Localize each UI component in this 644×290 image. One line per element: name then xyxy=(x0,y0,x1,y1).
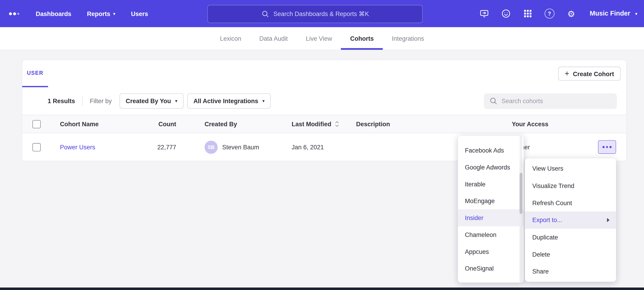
your-access-value: Owner xyxy=(512,133,598,161)
filter-by-label: Filter by xyxy=(90,97,112,104)
scrollbar-thumb[interactable] xyxy=(520,173,522,214)
menu-item-appcues[interactable]: Appcues xyxy=(458,243,524,260)
cohort-search-input[interactable] xyxy=(484,93,617,109)
settings-gear-icon[interactable]: ⚙ xyxy=(566,9,576,19)
chevron-down-icon: ▾ xyxy=(113,11,115,16)
help-icon[interactable]: ? xyxy=(544,9,554,19)
plus-icon: + xyxy=(565,69,569,77)
menu-item-visualize-trend[interactable]: Visualize Trend xyxy=(525,177,616,194)
tab-cohorts[interactable]: Cohorts xyxy=(341,27,383,50)
created-by-name: Steven Baum xyxy=(222,144,259,151)
search-icon xyxy=(261,10,269,18)
col-cohort-name[interactable]: Cohort Name xyxy=(50,115,128,133)
feedback-smiley-icon[interactable] xyxy=(501,9,511,19)
integrations-filter-dropdown[interactable]: All Active Integrations ▾ xyxy=(187,93,271,109)
app-window: Dashboards Reports ▾ Users Search Dashbo… xyxy=(0,0,644,290)
logo-dot-icon xyxy=(17,13,20,15)
menu-item-refresh-count[interactable]: Refresh Count xyxy=(525,194,616,212)
submenu-arrow-icon xyxy=(607,218,610,222)
avatar: SB xyxy=(204,140,218,154)
chevron-down-icon: ▾ xyxy=(262,99,265,103)
top-navbar: Dashboards Reports ▾ Users Search Dashbo… xyxy=(0,0,644,27)
page-footer-strip xyxy=(0,287,644,290)
project-name: Music Finder xyxy=(590,10,630,17)
menu-item-moengage[interactable]: MoEngage xyxy=(458,193,524,210)
chevron-down-icon: ▾ xyxy=(175,99,178,103)
cohort-search xyxy=(484,93,617,109)
menu-item-duplicate[interactable]: Duplicate xyxy=(525,228,616,246)
tab-data-audit[interactable]: Data Audit xyxy=(250,27,297,50)
nav-reports[interactable]: Reports ▾ xyxy=(87,10,115,17)
menu-item-chameleon[interactable]: Chameleon xyxy=(458,226,524,243)
sort-icon[interactable] xyxy=(334,120,339,128)
menu-item-export-to[interactable]: Export to... xyxy=(525,212,616,229)
col-count[interactable]: Count xyxy=(128,115,176,133)
filter-toolbar: 1 Results Filter by Created By You ▾ All… xyxy=(22,87,626,115)
search-icon xyxy=(489,96,498,105)
project-switcher[interactable]: Music Finder ▾ xyxy=(590,10,638,17)
cohort-actions-menu: View Users Visualize Trend Refresh Count… xyxy=(525,158,616,282)
created-by-filter-dropdown[interactable]: Created By You ▾ xyxy=(120,93,184,109)
tab-integrations[interactable]: Integrations xyxy=(383,27,433,50)
menu-item-delete[interactable]: Delete xyxy=(525,246,616,263)
nav-dashboards[interactable]: Dashboards xyxy=(36,10,71,17)
monitor-arrow-icon[interactable] xyxy=(479,9,489,19)
mixpanel-logo[interactable] xyxy=(9,12,20,15)
col-last-modified[interactable]: Last Modified xyxy=(271,115,356,133)
secondary-nav: Lexicon Data Audit Live View Cohorts Int… xyxy=(0,27,644,50)
col-created-by[interactable]: Created By xyxy=(176,115,271,133)
col-your-access[interactable]: Your Access xyxy=(512,115,598,133)
last-modified-date: Jan 6, 2021 xyxy=(271,133,356,161)
row-actions-button[interactable] xyxy=(598,140,616,154)
menu-item-facebook-ads[interactable]: Facebook Ads xyxy=(458,142,524,159)
tab-user-cohorts[interactable]: USER xyxy=(22,60,48,87)
global-search-input[interactable]: Search Dashboards & Reports ⌘K xyxy=(207,5,422,23)
logo-dot-icon xyxy=(9,12,12,15)
select-all-checkbox[interactable] xyxy=(32,120,41,128)
card-header: USER + Create Cohort xyxy=(22,60,626,87)
chevron-down-icon: ▾ xyxy=(635,11,638,16)
menu-item-view-users[interactable]: View Users xyxy=(525,160,616,177)
menu-item-iterable[interactable]: Iterable xyxy=(458,176,524,193)
menu-item-insider[interactable]: Insider xyxy=(458,209,524,226)
cohorts-card: USER + Create Cohort 1 Results Filter by… xyxy=(22,60,627,161)
menu-item-google-adwords[interactable]: Google Adwords xyxy=(458,159,524,176)
menu-item-onesignal[interactable]: OneSignal xyxy=(458,260,524,277)
create-cohort-button[interactable]: + Create Cohort xyxy=(558,67,621,80)
tab-live-view[interactable]: Live View xyxy=(297,27,341,50)
global-search-placeholder: Search Dashboards & Reports ⌘K xyxy=(273,10,369,18)
menu-item-braze[interactable]: Braze xyxy=(458,136,524,142)
apps-grid-icon[interactable] xyxy=(523,9,532,19)
divider xyxy=(82,96,82,106)
menu-item-share[interactable]: Share xyxy=(525,263,616,280)
cohort-count: 22,777 xyxy=(128,133,176,161)
cohort-name-link[interactable]: Power Users xyxy=(60,144,95,151)
results-count: 1 Results xyxy=(48,97,75,104)
tab-lexicon[interactable]: Lexicon xyxy=(211,27,250,50)
primary-nav: Dashboards Reports ▾ Users xyxy=(36,10,148,17)
table-header-row: Cohort Name Count Created By Last Modifi… xyxy=(22,115,626,133)
col-description[interactable]: Description xyxy=(356,115,512,133)
table-row: Power Users 22,777 SB Steven Baum Jan 6,… xyxy=(22,133,626,161)
export-target-submenu: Braze Facebook Ads Google Adwords Iterab… xyxy=(458,136,524,282)
navbar-right-cluster: ? ⚙ Music Finder ▾ xyxy=(479,0,638,27)
row-checkbox[interactable] xyxy=(32,143,41,151)
logo-dot-icon xyxy=(13,12,16,15)
nav-users[interactable]: Users xyxy=(131,10,148,17)
